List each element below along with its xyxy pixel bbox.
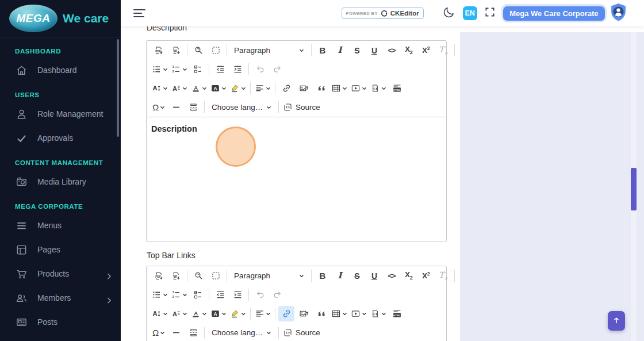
font-color-button[interactable]: A [190,81,208,96]
sidebar-item-approvals[interactable]: Approvals [0,126,121,150]
code-block-button[interactable] [369,306,388,321]
page-break-button[interactable] [185,99,201,115]
insert-media-button[interactable] [350,81,368,96]
redo-button[interactable] [269,62,285,77]
font-background-button[interactable]: A [209,306,228,321]
indent-button[interactable] [229,62,246,77]
export-pdf-button[interactable]: PDF [151,43,167,58]
find-replace-button[interactable] [190,268,206,283]
bulleted-list-button[interactable] [151,62,169,77]
block-quote-button[interactable] [313,306,329,321]
bold-button[interactable]: B [315,43,331,58]
text-alignment-button[interactable] [254,306,272,321]
editor-content-area[interactable]: Description [147,117,446,242]
indent-button[interactable] [229,287,246,302]
sidebar-scrollbar[interactable] [117,39,119,137]
undo-button[interactable] [252,287,268,302]
code-block-button[interactable] [369,81,388,96]
insert-table-button[interactable] [330,81,348,96]
ckeditor-badge[interactable]: POWERED BY CKEditor [342,7,424,19]
insert-image-button[interactable] [296,306,312,321]
font-color-button[interactable]: A [190,306,208,321]
html-embed-button[interactable]: HTML [389,306,405,321]
numbered-list-button[interactable]: 12 [170,62,189,77]
user-avatar[interactable] [610,3,627,24]
redo-button[interactable] [269,287,285,302]
corporate-button[interactable]: Mega We Care Corporate [503,6,604,21]
page-scrollbar-thumb[interactable] [631,168,637,210]
language-dropdown[interactable]: Choose lang… [207,325,276,340]
superscript-button[interactable]: X2 [418,268,434,283]
export-word-button[interactable]: W [168,43,184,58]
code-button[interactable]: <> [384,268,400,283]
font-size-button[interactable]: A [151,306,169,321]
html-embed-button[interactable]: HTML [389,81,405,96]
select-all-button[interactable] [208,268,224,283]
app-logo[interactable]: MEGA We care [0,0,121,37]
outdent-button[interactable] [212,62,228,77]
find-replace-button[interactable] [190,43,206,58]
highlight-button[interactable] [229,81,247,96]
sidebar-item-pages[interactable]: Pages [0,237,121,262]
export-pdf-button[interactable]: PDF [151,268,167,283]
paragraph-style-dropdown[interactable]: Paragraph [229,43,309,58]
font-family-button[interactable]: A [170,81,189,96]
outdent-button[interactable] [212,287,228,302]
page-break-button[interactable] [185,325,201,340]
source-button[interactable]: Source [282,325,321,340]
special-characters-button[interactable]: Ω [151,325,167,340]
remove-format-button[interactable]: T× [435,43,451,58]
horizontal-line-button[interactable] [168,99,184,115]
insert-media-button[interactable] [350,306,368,321]
export-word-button[interactable]: W [168,268,184,283]
numbered-list-button[interactable]: 12 [170,287,189,302]
sidebar-item-role-management[interactable]: Role Management [0,102,121,126]
bulleted-list-button[interactable] [151,287,169,302]
select-all-button[interactable] [208,43,224,58]
font-background-icon: A [210,83,220,93]
todo-list-button[interactable] [190,287,206,302]
fullscreen-button[interactable] [484,6,496,20]
highlight-button[interactable] [229,306,247,321]
sidebar-item-menus[interactable]: Menus [0,213,121,237]
underline-button[interactable]: U [366,268,382,283]
italic-button[interactable]: I [332,43,348,58]
strikethrough-button[interactable]: S [349,43,365,58]
code-button[interactable]: <> [384,43,400,58]
sidebar-item-dashboard[interactable]: Dashboard [0,58,121,82]
language-dropdown[interactable]: Choose lang… [207,99,276,115]
paragraph-style-dropdown[interactable]: Paragraph [229,268,309,283]
todo-list-button[interactable] [190,62,206,77]
toolbar-separator [250,308,251,320]
insert-image-button[interactable] [296,81,312,96]
inserted-circle-image[interactable] [216,127,256,167]
strikethrough-button[interactable]: S [349,268,365,283]
text-alignment-button[interactable] [254,81,272,96]
subscript-button[interactable]: X2 [401,268,417,283]
dark-mode-toggle[interactable] [443,6,455,21]
block-quote-button[interactable] [313,81,329,96]
superscript-button[interactable]: X2 [418,43,434,58]
sidebar-item-members[interactable]: Members [0,286,121,310]
subscript-button[interactable]: X2 [401,43,417,58]
insert-table-button[interactable] [330,306,348,321]
special-characters-button[interactable]: Ω [151,99,167,115]
scroll-to-top-button[interactable] [608,311,625,331]
horizontal-line-button[interactable] [168,325,184,340]
sidebar-item-products[interactable]: Products [0,262,121,286]
link-button[interactable] [278,81,294,96]
remove-format-button[interactable]: T× [435,268,451,283]
undo-button[interactable] [252,62,268,77]
link-button[interactable] [278,306,294,321]
menu-toggle-button[interactable] [131,7,148,20]
font-size-button[interactable]: A [151,81,169,96]
underline-button[interactable]: U [366,43,382,58]
sidebar-item-posts[interactable]: Posts [0,310,121,334]
source-button[interactable]: Source [282,99,321,115]
font-family-button[interactable]: A [170,306,189,321]
italic-button[interactable]: I [332,268,348,283]
font-background-button[interactable]: A [209,81,228,96]
language-badge[interactable]: EN [463,6,477,20]
sidebar-item-media-library[interactable]: Media Library [0,170,121,194]
bold-button[interactable]: B [315,268,331,283]
